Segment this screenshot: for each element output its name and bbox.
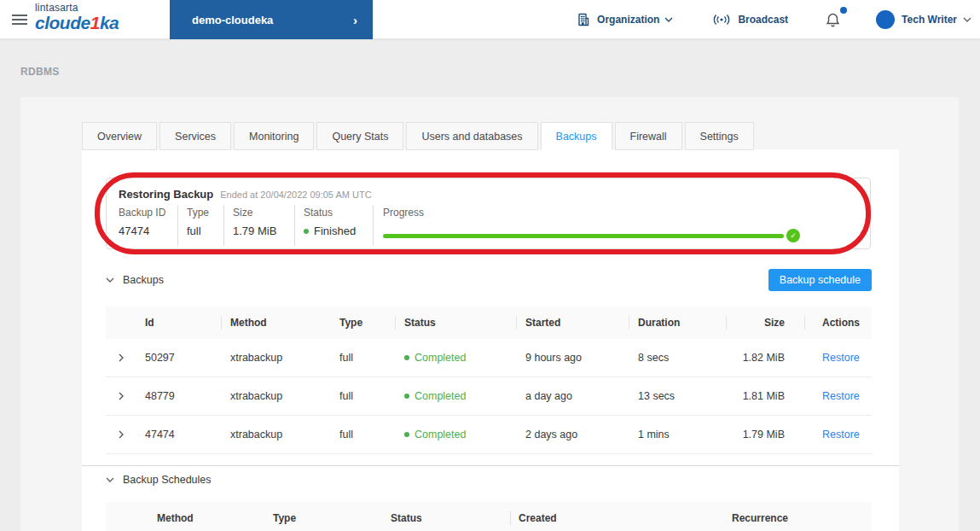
cell-size: 1.82 MiB [727, 352, 805, 364]
avatar [876, 10, 895, 29]
field-type: Type full [178, 205, 224, 246]
bell-icon [826, 12, 840, 28]
tab-services[interactable]: Services [159, 122, 231, 150]
hamburger-menu-icon[interactable] [12, 15, 27, 25]
status-dot-icon [404, 394, 409, 399]
tab-bar: Overview Services Monitoring Query Stats… [82, 122, 754, 150]
backups-section-header: Backups Backup schedule [106, 269, 872, 291]
organization-building-icon [577, 13, 590, 26]
backups-section-title: Backups [123, 274, 164, 286]
cell-method: xtrabackup [222, 429, 331, 441]
col-status: Status [382, 512, 510, 524]
project-selector-button[interactable]: demo-cloudeka › [170, 0, 373, 39]
chevron-down-icon [963, 17, 971, 22]
notifications-button[interactable] [826, 12, 840, 28]
organization-label: Organization [597, 14, 659, 26]
field-size: Size 1.79 MiB [224, 205, 295, 246]
tab-settings[interactable]: Settings [685, 122, 754, 150]
col-method: Method [106, 512, 264, 524]
table-row: 48779 xtrabackup full Completed a day ag… [106, 377, 872, 416]
field-progress: Progress ✓ [374, 205, 870, 246]
brand-logo[interactable]: lintasarta cloude1ka [35, 3, 119, 32]
cell-id: 50297 [136, 352, 222, 364]
col-actions: Actions [805, 317, 872, 329]
collapse-chevron-icon[interactable] [106, 477, 114, 482]
backup-schedule-button[interactable]: Backup schedule [768, 269, 872, 291]
page: lintasarta cloude1ka demo-cloudeka › Org… [0, 0, 980, 531]
col-size: Size [727, 316, 805, 330]
expand-row-icon[interactable] [106, 353, 136, 362]
cell-method: xtrabackup [222, 390, 331, 402]
progress-bar [383, 234, 784, 238]
tab-firewall[interactable]: Firewall [615, 122, 682, 150]
cell-size: 1.79 MiB [727, 429, 805, 441]
cell-status: Completed [396, 429, 517, 441]
col-id: Id [136, 316, 222, 330]
brand-cloudeka: cloude1ka [35, 14, 119, 32]
user-name: Tech Writer [902, 14, 957, 26]
field-backup-id: Backup ID 47474 [107, 205, 178, 246]
tab-content: Restoring Backup Ended at 20/04/2022 09:… [82, 149, 899, 531]
expand-row-icon[interactable] [106, 430, 136, 439]
broadcast-label: Broadcast [738, 14, 788, 26]
cell-started: 2 days ago [517, 429, 629, 441]
restoring-backup-title: Restoring Backup [119, 188, 213, 201]
col-type: Type [264, 512, 382, 524]
col-status: Status [396, 316, 517, 330]
col-created: Created [510, 511, 723, 525]
col-type: Type [331, 316, 396, 330]
cell-duration: 8 secs [629, 352, 727, 364]
main-panel: Overview Services Monitoring Query Stats… [20, 97, 959, 531]
cell-duration: 1 mins [629, 429, 727, 441]
restore-link[interactable]: Restore [822, 429, 860, 441]
restore-link[interactable]: Restore [822, 390, 860, 402]
cell-type: full [331, 352, 396, 364]
restoring-backup-ended-at: Ended at 20/04/2022 09:05 AM UTC [220, 190, 371, 200]
table-row: 50297 xtrabackup full Completed 9 hours … [106, 339, 872, 377]
cell-started: a day ago [517, 390, 629, 402]
restoring-backup-panel: Restoring Backup Ended at 20/04/2022 09:… [106, 178, 871, 249]
notification-dot [840, 7, 847, 14]
cell-method: xtrabackup [222, 352, 331, 364]
tab-query-stats[interactable]: Query Stats [316, 122, 403, 150]
broadcast-menu[interactable]: Broadcast [712, 14, 788, 26]
schedules-section-title: Backup Schedules [123, 474, 212, 486]
cell-duration: 13 secs [629, 390, 727, 402]
table-row: 47474 xtrabackup full Completed 2 days a… [106, 416, 872, 454]
section-divider [82, 465, 899, 466]
tab-backups[interactable]: Backups [541, 122, 612, 150]
chevron-right-icon: › [353, 13, 357, 27]
cell-type: full [331, 429, 396, 441]
status-dot-icon [404, 432, 409, 437]
topbar-right: Organization Broadcast Tech Writer [577, 0, 971, 39]
tab-users-and-databases[interactable]: Users and databases [406, 122, 537, 150]
cell-id: 48779 [136, 390, 222, 402]
restore-link[interactable]: Restore [822, 352, 860, 364]
broadcast-icon [712, 14, 731, 26]
collapse-chevron-icon[interactable] [106, 277, 114, 283]
breadcrumb: RDBMS [20, 66, 60, 78]
status-dot-icon [404, 355, 409, 360]
chevron-down-icon [664, 17, 673, 22]
cell-type: full [331, 390, 396, 402]
status-dot-icon [304, 229, 309, 234]
tab-overview[interactable]: Overview [82, 122, 157, 150]
col-method: Method [222, 317, 331, 329]
cell-started: 9 hours ago [517, 352, 629, 364]
schedules-section-header: Backup Schedules [106, 474, 212, 486]
schedules-table: Method Type Status Created Recurrence [106, 502, 872, 531]
field-status: Status Finished [295, 205, 374, 246]
cell-status: Completed [396, 390, 517, 402]
col-duration: Duration [629, 316, 727, 330]
backups-table-header: Id Method Type Status Started Duration S… [106, 306, 872, 339]
progress-check-icon: ✓ [786, 229, 800, 242]
topbar: lintasarta cloude1ka demo-cloudeka › Org… [0, 0, 980, 39]
backups-table: Id Method Type Status Started Duration S… [106, 306, 872, 454]
expand-row-icon[interactable] [106, 392, 136, 400]
col-started: Started [517, 316, 629, 330]
user-menu[interactable]: Tech Writer [876, 10, 971, 29]
tab-monitoring[interactable]: Monitoring [234, 122, 314, 150]
schedules-table-header: Method Type Status Created Recurrence [106, 502, 872, 531]
cell-size: 1.81 MiB [727, 390, 805, 402]
organization-menu[interactable]: Organization [577, 13, 673, 26]
